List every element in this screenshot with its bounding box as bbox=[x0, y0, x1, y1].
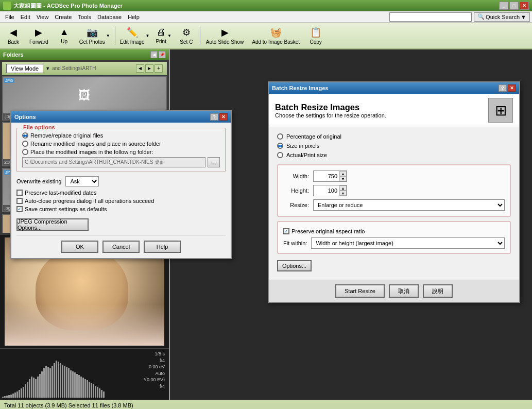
nav-right-arrow[interactable]: ► bbox=[145, 64, 153, 73]
nav-left-arrow[interactable]: ◄ bbox=[136, 64, 144, 73]
search-dropdown-arrow[interactable]: ▼ bbox=[521, 14, 526, 20]
resize-type-label: Resize: bbox=[283, 202, 309, 208]
resize-type-select[interactable]: Enlarge or reduce Enlarge only Reduce on… bbox=[313, 199, 505, 211]
resize-header: Batch Resize Images Choose the settings … bbox=[269, 94, 519, 127]
height-spin-down[interactable]: ▼ bbox=[339, 191, 347, 196]
copy-button[interactable]: 📋 Copy bbox=[304, 24, 327, 47]
radio-place-folder-btn[interactable] bbox=[22, 149, 28, 155]
search-button[interactable]: 🔍 Quick Search ▼ bbox=[474, 12, 530, 22]
radio-size-pixels-btn[interactable] bbox=[277, 143, 283, 149]
radio-rename-source-label: Rename modified images and place in sour… bbox=[30, 141, 161, 147]
menu-file[interactable]: File bbox=[2, 13, 18, 21]
maximize-button[interactable]: □ bbox=[509, 2, 519, 10]
view-mode-bar: View Mode ▼ and Settings\ARTH ◄ ► + bbox=[2, 62, 167, 75]
jpeg-compression-button[interactable]: JPEG Compression Options... bbox=[16, 218, 89, 231]
width-input[interactable] bbox=[314, 171, 339, 181]
exif-info: 1/8 s f/4 0.00 eV Auto *(0.00 EV) f/4 bbox=[143, 351, 165, 390]
cancel-button[interactable]: Cancel bbox=[102, 241, 140, 253]
search-bar: 🔍 Quick Search ▼ bbox=[389, 12, 530, 22]
options-help-btn[interactable]: ? bbox=[210, 113, 218, 121]
minimize-button[interactable]: _ bbox=[499, 2, 508, 10]
save-defaults-label: Save current settings as defaults bbox=[25, 206, 107, 212]
jpg-badge-1: JPG bbox=[4, 78, 14, 83]
resize-close-btn[interactable]: ✕ bbox=[508, 84, 516, 92]
print-button[interactable]: 🖨 Print ▼ bbox=[153, 24, 174, 47]
edit-image-button[interactable]: ✏️ Edit Image ▼ bbox=[117, 24, 152, 47]
resize-dialog-icon: ⊞ bbox=[488, 98, 513, 123]
preserve-dates-label: Preserve last-modified dates bbox=[25, 190, 96, 196]
width-spin-down[interactable]: ▼ bbox=[339, 176, 347, 181]
add-basket-button[interactable]: 🧺 Add to Image Basket bbox=[248, 24, 303, 47]
options-link-button[interactable]: Options... bbox=[277, 260, 312, 271]
width-spin-up[interactable]: ▲ bbox=[339, 171, 347, 176]
resize-cancel-button[interactable]: 取消 bbox=[389, 284, 419, 298]
folders-panel-header: Folders ◀ 📌 bbox=[0, 49, 169, 60]
menu-create[interactable]: Create bbox=[52, 13, 75, 21]
resize-radio-group: Percentage of original Size in pixels Ac… bbox=[277, 133, 511, 158]
close-button[interactable]: ✕ bbox=[520, 2, 529, 10]
auto-close-checkbox[interactable] bbox=[16, 198, 23, 204]
menu-edit[interactable]: Edit bbox=[18, 13, 33, 21]
folder-path-input[interactable] bbox=[22, 157, 205, 167]
height-spin-up[interactable]: ▲ bbox=[339, 185, 347, 191]
radio-percentage-btn[interactable] bbox=[277, 133, 283, 140]
get-photos-button[interactable]: 📷 Get Photos ▼ bbox=[77, 24, 113, 47]
overwrite-select[interactable]: Ask Always Never bbox=[65, 176, 99, 186]
set-button[interactable]: ⚙ Set C bbox=[175, 24, 198, 47]
save-defaults-checkbox[interactable] bbox=[16, 206, 23, 212]
folders-pin-btn[interactable]: 📌 bbox=[159, 51, 166, 58]
radio-actual-print-btn[interactable] bbox=[277, 152, 283, 158]
search-label: Quick Search bbox=[486, 14, 520, 20]
up-button[interactable]: ▲ Up bbox=[53, 24, 76, 47]
app-title: 大家組圖圖 - ACDSee Pro Photo Manager bbox=[13, 2, 123, 10]
height-row: Height: ▲ ▼ bbox=[283, 185, 505, 196]
radio-place-folder-label: Place the modified images in the followi… bbox=[30, 149, 153, 155]
height-input[interactable] bbox=[314, 185, 339, 196]
browse-button[interactable]: ... bbox=[208, 157, 220, 167]
radio-remove-replace-label: Remove/replace original files bbox=[30, 132, 103, 139]
menu-tools[interactable]: Tools bbox=[75, 13, 94, 21]
menu-database[interactable]: Database bbox=[94, 13, 125, 21]
help-button[interactable]: Help bbox=[144, 241, 181, 253]
menu-view[interactable]: View bbox=[33, 13, 52, 21]
exif-flash: *(0.00 EV) bbox=[143, 377, 165, 383]
view-mode-button[interactable]: View Mode bbox=[6, 64, 43, 73]
view-mode-dropdown-arrow[interactable]: ▼ bbox=[45, 66, 50, 71]
path-display: and Settings\ARTH bbox=[52, 65, 96, 71]
radio-place-folder[interactable]: Place the modified images in the followi… bbox=[22, 149, 220, 155]
search-input[interactable] bbox=[389, 12, 472, 22]
preserve-dates-row[interactable]: Preserve last-modified dates bbox=[16, 190, 226, 196]
radio-remove-replace[interactable]: Remove/replace original files bbox=[22, 132, 220, 139]
resize-help-button[interactable]: 說明 bbox=[423, 284, 453, 298]
ok-button[interactable]: OK bbox=[61, 241, 98, 253]
fit-within-row: Fit within: Width or height (largest ima… bbox=[283, 237, 505, 249]
radio-remove-replace-btn[interactable] bbox=[22, 132, 28, 139]
resize-help-btn[interactable]: ? bbox=[499, 84, 507, 92]
menu-help[interactable]: Help bbox=[125, 13, 143, 21]
options-close-btn[interactable]: ✕ bbox=[219, 113, 228, 121]
zoom-plus-btn[interactable]: + bbox=[155, 64, 163, 73]
save-defaults-row[interactable]: Save current settings as defaults bbox=[16, 206, 226, 212]
size-inputs-box: Width: ▲ ▼ Height: ▲ bbox=[277, 164, 511, 217]
forward-button[interactable]: ▶ Forward bbox=[26, 24, 52, 47]
radio-rename-source-btn[interactable] bbox=[22, 141, 28, 147]
fit-within-select[interactable]: Width or height (largest image) Width on… bbox=[311, 237, 505, 249]
auto-close-row[interactable]: Auto-close progress dialog if all operat… bbox=[16, 198, 226, 204]
radio-rename-source[interactable]: Rename modified images and place in sour… bbox=[22, 141, 220, 147]
get-photos-dropdown-arrow: ▼ bbox=[106, 33, 110, 38]
options-dialog-title: Options bbox=[14, 114, 36, 120]
file-options-group: File options Remove/replace original fil… bbox=[16, 128, 226, 172]
radio-actual-print[interactable]: Actual/Print size bbox=[277, 152, 511, 158]
app-icon bbox=[3, 2, 11, 10]
preserve-aspect-row[interactable]: Preserve original aspect ratio bbox=[283, 228, 505, 234]
start-resize-button[interactable]: Start Resize bbox=[335, 284, 385, 298]
folders-collapse-btn[interactable]: ◀ bbox=[150, 51, 158, 58]
preserve-aspect-checkbox[interactable] bbox=[283, 228, 289, 234]
radio-percentage[interactable]: Percentage of original bbox=[277, 133, 511, 140]
options-dialog: Options ? ✕ File options Remove/replace … bbox=[10, 110, 232, 259]
back-button[interactable]: ◀ Back bbox=[2, 24, 25, 47]
radio-size-pixels[interactable]: Size in pixels bbox=[277, 143, 511, 149]
preserve-dates-checkbox[interactable] bbox=[16, 190, 23, 196]
auto-slide-button[interactable]: ▶ Auto Slide Show bbox=[202, 24, 247, 47]
width-spin: ▲ ▼ bbox=[339, 171, 347, 181]
